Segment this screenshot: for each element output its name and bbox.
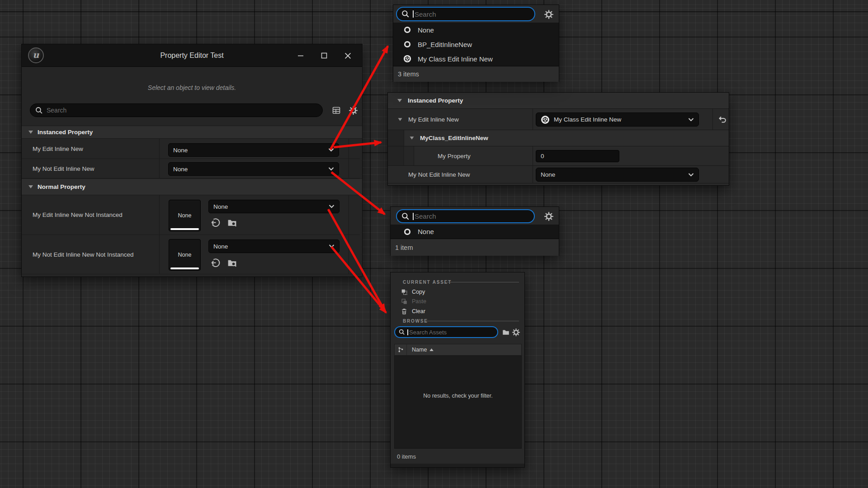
- property-label: My Edit Inline New Not Instanced: [33, 211, 123, 218]
- my-property-number-field[interactable]: 0: [536, 150, 619, 162]
- class-option-none[interactable]: None: [393, 23, 559, 37]
- property-row: My Not Edit Inline New Not Instanced Non…: [22, 235, 360, 274]
- property-label: My Not Edit Inline New Not Instanced: [33, 251, 134, 258]
- reset-to-default-button[interactable]: [716, 113, 728, 126]
- collapse-arrow-icon: [410, 136, 414, 139]
- maximize-icon: [321, 52, 327, 59]
- minimize-button[interactable]: [289, 44, 312, 67]
- section-normal-property[interactable]: Normal Property: [22, 178, 362, 195]
- chevron-down-icon: [328, 148, 334, 152]
- blueprint-class-icon: [403, 40, 411, 48]
- collapse-arrow-icon: [28, 185, 33, 188]
- class-picker-settings-button[interactable]: [543, 211, 555, 222]
- subobject-header-row[interactable]: MyClass_EditInlineNew: [388, 130, 729, 146]
- use-selected-asset-button[interactable]: [209, 216, 221, 228]
- my-edit-inline-new-dropdown[interactable]: My Class Edit Inline New: [536, 113, 699, 127]
- property-label: My Edit Inline New: [33, 145, 83, 152]
- settings-button[interactable]: [348, 105, 359, 116]
- expand-arrow-icon[interactable]: [398, 118, 402, 121]
- search-icon: [399, 329, 405, 335]
- class-option-none[interactable]: None: [391, 225, 559, 239]
- collapse-arrow-icon: [28, 131, 33, 134]
- property-label: My Property: [438, 153, 471, 160]
- column-settings-button[interactable]: [395, 344, 407, 355]
- item-count: 1 item: [395, 244, 413, 251]
- maximize-button[interactable]: [312, 44, 336, 67]
- property-label: My Not Edit Inline New: [33, 165, 94, 172]
- class-picker-search-field[interactable]: [396, 209, 535, 223]
- current-asset-heading: CURRENT ASSET: [403, 280, 452, 285]
- search-input[interactable]: [47, 107, 322, 114]
- class-picker-footer: 3 items: [393, 66, 559, 82]
- asset-list-header: Name: [394, 344, 522, 356]
- path-picker-button[interactable]: [501, 327, 511, 337]
- property-editor-window: u Property Editor Test Select an object …: [21, 44, 363, 277]
- folder-search-icon: [227, 217, 237, 228]
- asset-search-input[interactable]: [409, 329, 497, 336]
- collapse-arrow-icon: [397, 99, 402, 102]
- section-instanced-property[interactable]: Instanced Property: [22, 126, 362, 139]
- search-icon: [401, 212, 410, 221]
- asset-thumbnail[interactable]: None: [169, 239, 201, 271]
- class-search-input[interactable]: [415, 212, 534, 220]
- asset-search-field[interactable]: [394, 326, 498, 338]
- close-icon: [344, 52, 351, 59]
- browse-heading: BROWSE: [403, 319, 428, 324]
- my-not-edit-inline-new-dropdown[interactable]: None: [536, 168, 699, 182]
- hierarchy-icon: [397, 347, 404, 353]
- item-count: 3 items: [398, 70, 419, 78]
- name-column-header[interactable]: Name: [412, 347, 427, 353]
- property-row: My Property 0: [388, 146, 729, 166]
- asset-picker-popup: CURRENT ASSET Copy Paste Clear BROWSE: [390, 272, 525, 468]
- gear-icon: [349, 106, 358, 115]
- asset-count: 0 items: [397, 453, 416, 460]
- my-edit-inline-new-dropdown[interactable]: None: [168, 143, 339, 157]
- my-not-edit-inline-new-dropdown[interactable]: None: [168, 162, 339, 176]
- use-selected-icon: [210, 258, 221, 268]
- property-row: My Edit Inline New My Class Edit Inline …: [388, 109, 729, 130]
- chevron-down-icon: [329, 244, 335, 248]
- class-picker-popup: None BP_EditInlineNew My Class Edit Inli…: [393, 5, 559, 82]
- browse-to-asset-button[interactable]: [226, 257, 238, 268]
- property-row: My Edit Inline New None: [22, 139, 360, 159]
- search-icon: [35, 107, 43, 114]
- section-instanced-property[interactable]: Instanced Property: [388, 93, 729, 109]
- gear-icon: [544, 9, 554, 19]
- trash-icon: [401, 308, 408, 315]
- class-picker-settings-button[interactable]: [543, 9, 555, 20]
- copy-menu-item[interactable]: Copy: [391, 287, 524, 297]
- asset-thumbnail[interactable]: None: [169, 200, 201, 231]
- class-picker-popup-small: None 1 item: [390, 206, 559, 256]
- paste-menu-item[interactable]: Paste: [391, 296, 524, 306]
- my-edit-inline-new-not-instanced-dropdown[interactable]: None: [208, 200, 340, 213]
- details-panel-expanded: Instanced Property My Edit Inline New My…: [387, 92, 729, 186]
- property-row: My Not Edit Inline New None: [388, 166, 729, 183]
- asset-view-settings-button[interactable]: [511, 327, 521, 337]
- gear-icon: [512, 328, 520, 337]
- folder-search-icon: [227, 258, 237, 268]
- asset-list: Name No results, check your filter.: [394, 344, 522, 449]
- sort-ascending-icon: [429, 348, 434, 351]
- clear-menu-item[interactable]: Clear: [391, 306, 524, 316]
- paste-icon: [401, 298, 408, 305]
- property-label: My Not Edit Inline New: [408, 171, 470, 178]
- window-titlebar[interactable]: u Property Editor Test: [22, 44, 362, 67]
- close-button[interactable]: [336, 44, 359, 67]
- native-class-icon: [541, 115, 550, 124]
- browse-to-asset-button[interactable]: [226, 216, 238, 228]
- folder-icon: [502, 328, 510, 336]
- use-selected-asset-button[interactable]: [209, 257, 221, 268]
- copy-icon: [401, 288, 408, 296]
- text-caret: [413, 10, 414, 18]
- display-options-button[interactable]: [331, 105, 342, 116]
- class-picker-footer: 1 item: [391, 239, 559, 256]
- table-view-icon: [332, 106, 341, 115]
- class-option-bp-editinlinenew[interactable]: BP_EditInlineNew: [393, 37, 559, 52]
- class-picker-search-field[interactable]: [396, 7, 535, 21]
- class-search-input[interactable]: [415, 10, 534, 18]
- class-option-my-class-edit-inline-new[interactable]: My Class Edit Inline New: [393, 52, 559, 66]
- details-search-field[interactable]: [30, 103, 323, 117]
- blueprint-grid-canvas: u Property Editor Test Select an object …: [0, 0, 868, 488]
- chevron-down-icon: [328, 167, 334, 171]
- my-not-edit-inline-new-not-instanced-dropdown[interactable]: None: [208, 239, 340, 253]
